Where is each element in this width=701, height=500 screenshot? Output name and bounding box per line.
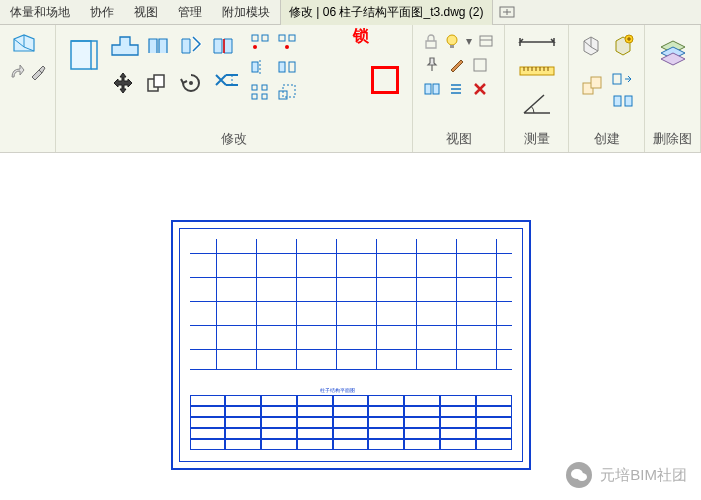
trim-tool-icon[interactable] — [210, 69, 244, 97]
create-similar-icon[interactable] — [609, 69, 637, 89]
gridline-h — [190, 253, 512, 254]
view-filter-icon[interactable] — [477, 31, 496, 51]
gridline-h — [190, 301, 512, 302]
gridline-v — [256, 239, 257, 369]
drawing-canvas[interactable]: 柱子结构平面图 — [0, 180, 701, 500]
panel-modify-label: 修改 — [64, 128, 404, 148]
svg-rect-13 — [289, 62, 295, 72]
gridline-h — [190, 325, 512, 326]
array-icon[interactable] — [248, 81, 272, 103]
svg-point-10 — [285, 45, 289, 49]
tab-modify-doc[interactable]: 修改 | 06 柱子结构平面图_t3.dwg (2) — [280, 0, 493, 25]
panel-delete-label: 删除图 — [653, 128, 692, 148]
svg-rect-32 — [625, 96, 632, 106]
svg-rect-8 — [279, 35, 285, 41]
panel-create: 创建 — [569, 25, 645, 152]
scale-icon[interactable] — [275, 81, 299, 103]
svg-point-7 — [253, 45, 257, 49]
panel-tools-small — [0, 25, 56, 152]
svg-rect-17 — [262, 94, 267, 99]
svg-rect-25 — [433, 84, 439, 94]
panel-create-label: 创建 — [577, 128, 636, 148]
align-left-icon[interactable] — [248, 31, 272, 53]
angle-icon[interactable] — [514, 87, 560, 119]
svg-rect-14 — [252, 85, 257, 90]
panel-view-label: 视图 — [421, 128, 496, 148]
menu-tab-bar: 体量和场地 协作 视图 管理 附加模块 修改 | 06 柱子结构平面图_t3.d… — [0, 0, 701, 25]
move-tool-icon[interactable] — [108, 69, 138, 97]
svg-rect-12 — [279, 62, 285, 72]
title-block — [190, 395, 512, 453]
tab-view[interactable]: 视图 — [124, 0, 168, 25]
gridline-h — [190, 349, 512, 350]
svg-rect-22 — [480, 36, 492, 46]
tab-addins[interactable]: 附加模块 — [212, 0, 280, 25]
panel-modify: 修改 — [56, 25, 413, 152]
svg-rect-16 — [252, 94, 257, 99]
rotate-tool-icon[interactable] — [176, 69, 206, 97]
mirror-v-icon[interactable] — [275, 56, 299, 78]
create-type-icon[interactable] — [609, 91, 637, 111]
view-small-icon[interactable] — [469, 54, 491, 76]
create-family-icon[interactable] — [608, 31, 638, 61]
cut-profile-icon[interactable] — [208, 31, 238, 59]
view-switch-icon[interactable] — [445, 79, 467, 99]
svg-rect-3 — [154, 75, 164, 87]
join1-icon[interactable] — [144, 31, 174, 59]
copy-tool-icon[interactable] — [142, 69, 172, 97]
mirror-h-icon[interactable] — [248, 56, 272, 78]
svg-rect-30 — [613, 74, 621, 84]
lightbulb-icon[interactable] — [442, 31, 461, 51]
svg-rect-21 — [450, 45, 454, 48]
brush-icon[interactable] — [445, 54, 467, 76]
drawing-title: 柱子结构平面图 — [320, 387, 355, 393]
svg-point-20 — [447, 35, 457, 45]
gridline-v — [496, 239, 497, 369]
gridline-v — [296, 239, 297, 369]
tab-mass[interactable]: 体量和场地 — [0, 0, 80, 25]
svg-rect-29 — [591, 77, 601, 88]
svg-point-34 — [577, 473, 587, 481]
view-dropdown-icon[interactable]: ▾ — [464, 31, 475, 51]
gridline-v — [376, 239, 377, 369]
wall-tool-icon[interactable] — [8, 31, 40, 59]
panel-delete: 删除图 — [645, 25, 701, 152]
tab-modify-label: 修改 — [289, 5, 313, 19]
svg-rect-11 — [252, 62, 258, 72]
drawing-frame: 柱子结构平面图 — [171, 220, 531, 470]
panel-tools-label — [8, 146, 47, 148]
wechat-icon — [566, 462, 592, 488]
cut-select-icon[interactable] — [176, 31, 206, 59]
delete-layers-icon[interactable] — [653, 31, 693, 71]
svg-rect-1 — [71, 41, 91, 69]
watermark-text: 元培BIM社团 — [600, 466, 687, 485]
create-assembly-icon[interactable] — [576, 31, 606, 61]
view-group-icon[interactable] — [421, 79, 443, 99]
svg-rect-9 — [289, 35, 295, 41]
svg-rect-5 — [252, 35, 258, 41]
dimension-icon[interactable] — [514, 31, 560, 53]
ruler-icon[interactable] — [514, 59, 560, 81]
gridline-v — [216, 239, 217, 369]
create-group-icon[interactable] — [577, 69, 607, 99]
gridline-v — [336, 239, 337, 369]
cope-tool-icon[interactable] — [108, 31, 142, 59]
ribbon: 修改 ▾ 视图 — [0, 25, 701, 153]
align-center-icon[interactable] — [275, 31, 299, 53]
panel-view: ▾ 视图 — [413, 25, 505, 152]
panel-measure-label: 测量 — [513, 128, 560, 148]
attach-tool-icon[interactable] — [8, 61, 27, 83]
hammer-tool-icon[interactable] — [29, 61, 48, 83]
tab-doc-name: 06 柱子结构平面图_t3.dwg (2) — [323, 5, 484, 19]
tab-manage[interactable]: 管理 — [168, 0, 212, 25]
hide-lock-icon[interactable] — [421, 31, 440, 51]
modify-cut-icon[interactable] — [64, 31, 104, 79]
tab-collab[interactable]: 协作 — [80, 0, 124, 25]
delete-x-icon[interactable] — [469, 79, 491, 99]
panel-measure: 测量 — [505, 25, 569, 152]
gridline-h — [190, 277, 512, 278]
gridline-h — [190, 369, 512, 370]
tab-overflow-icon[interactable] — [499, 6, 515, 18]
pin-icon[interactable] — [421, 54, 443, 76]
svg-rect-24 — [425, 84, 431, 94]
